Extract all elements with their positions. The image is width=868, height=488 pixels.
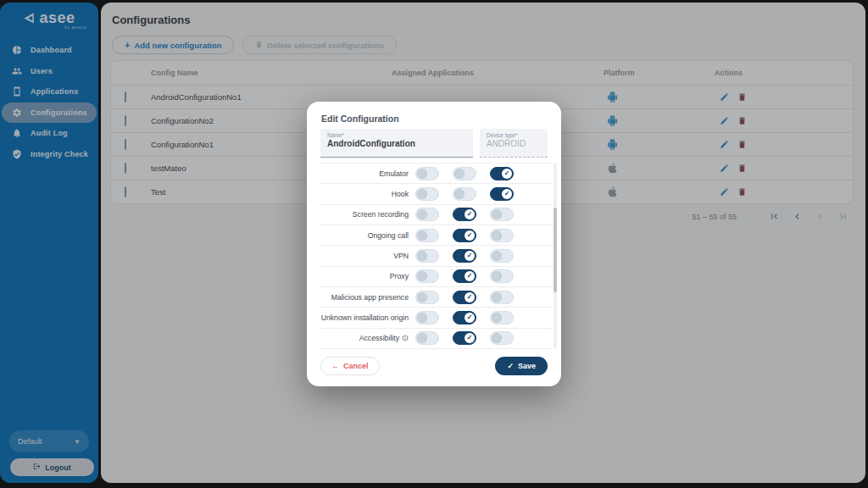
toggle-2-ongoing-call[interactable]	[490, 229, 514, 242]
cancel-button[interactable]: ← Cancel	[320, 357, 380, 375]
name-field-value[interactable]: AndroidConfiguration	[327, 139, 466, 148]
toggle-row-unknown-installation-origin: Unknown installation origin	[320, 307, 553, 327]
toggle-0-accessibility[interactable]	[415, 331, 439, 345]
toggle-1-proxy[interactable]	[453, 269, 476, 283]
device-type-field-label: Device type*	[487, 132, 541, 138]
toggle-1-unknown-installation-origin[interactable]	[453, 311, 476, 324]
toggle-row-hook: Hook	[320, 183, 553, 203]
toggle-2-malicious-app-presence[interactable]	[490, 291, 514, 304]
toggle-2-vpn[interactable]	[490, 249, 514, 263]
toggle-0-hook[interactable]	[415, 187, 439, 201]
toggle-1-accessibility[interactable]	[453, 331, 476, 345]
toggle-1-emulator[interactable]	[453, 167, 476, 180]
modal-title: Edit Configuration	[321, 114, 399, 124]
modal-scrollbar-thumb[interactable]	[554, 208, 557, 292]
edit-configuration-modal: Edit Configuration Name* AndroidConfigur…	[307, 102, 561, 386]
toggle-2-unknown-installation-origin[interactable]	[490, 311, 514, 324]
toggle-1-malicious-app-presence[interactable]	[453, 291, 476, 304]
toggle-2-hook[interactable]	[490, 187, 514, 201]
check-icon: ✓	[507, 362, 514, 370]
name-field[interactable]: Name* AndroidConfiguration	[320, 129, 473, 158]
toggle-row-screen-recording: Screen recording	[320, 204, 553, 225]
toggle-row-vpn: VPN	[320, 245, 553, 265]
toggle-2-accessibility[interactable]	[490, 331, 514, 345]
toggle-row-accessibility: Accessibility	[320, 328, 553, 349]
cancel-label: Cancel	[343, 362, 369, 370]
toggle-row-label: Accessibility	[359, 334, 399, 342]
modal-scrollbar-track	[554, 163, 557, 349]
device-type-field-value: ANDROID	[487, 139, 541, 148]
toggle-row-ongoing-call: Ongoing call	[320, 225, 553, 245]
detection-toggle-list: EmulatorHookScreen recordingOngoing call…	[320, 163, 553, 349]
modal-footer: ← Cancel ✓ Save	[320, 357, 548, 375]
toggle-1-vpn[interactable]	[453, 249, 476, 263]
app-window: asee by asseco Dashboard Users Applicati…	[0, 0, 868, 488]
toggle-0-vpn[interactable]	[415, 249, 439, 263]
back-arrow-icon: ←	[331, 362, 339, 370]
modal-fields: Name* AndroidConfiguration Device type* …	[320, 129, 548, 158]
toggle-0-screen-recording[interactable]	[415, 208, 439, 221]
toggle-0-malicious-app-presence[interactable]	[415, 291, 439, 304]
toggle-row-label: Emulator	[379, 169, 409, 178]
toggle-row-label: VPN	[393, 252, 409, 260]
toggle-1-screen-recording[interactable]	[453, 208, 476, 221]
toggle-row-label: Proxy	[390, 272, 409, 280]
toggle-row-label: Unknown installation origin	[321, 313, 409, 322]
toggle-0-emulator[interactable]	[415, 167, 439, 180]
save-button[interactable]: ✓ Save	[495, 357, 548, 375]
save-label: Save	[518, 362, 536, 370]
toggle-2-proxy[interactable]	[490, 269, 514, 283]
toggle-row-label: Hook	[392, 190, 409, 198]
toggle-row-emulator: Emulator	[320, 163, 553, 183]
toggle-0-proxy[interactable]	[415, 269, 439, 283]
toggle-0-ongoing-call[interactable]	[415, 229, 439, 242]
toggle-row-proxy: Proxy	[320, 266, 553, 286]
toggle-row-label: Malicious app presence	[331, 293, 409, 302]
toggle-row-malicious-app-presence: Malicious app presence	[320, 286, 553, 307]
toggle-2-screen-recording[interactable]	[490, 208, 514, 221]
toggle-1-hook[interactable]	[453, 187, 476, 201]
toggle-row-label: Ongoing call	[368, 231, 409, 240]
info-icon[interactable]	[402, 335, 409, 341]
toggle-2-emulator[interactable]	[490, 167, 514, 180]
toggle-0-unknown-installation-origin[interactable]	[415, 311, 439, 324]
name-field-label: Name*	[327, 132, 466, 138]
toggle-row-label: Screen recording	[353, 210, 409, 219]
device-type-field: Device type* ANDROID	[480, 129, 548, 158]
toggle-1-ongoing-call[interactable]	[453, 229, 476, 242]
